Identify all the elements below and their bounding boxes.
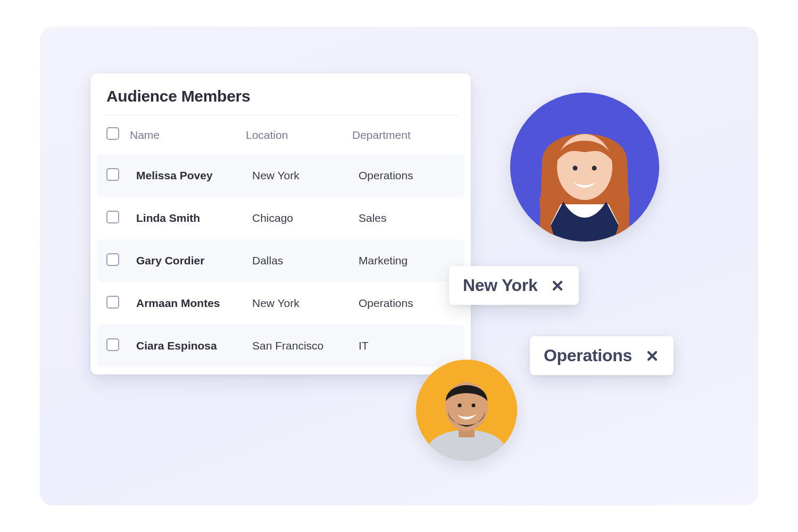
close-icon[interactable] <box>550 278 565 293</box>
row-location: New York <box>252 297 359 310</box>
filter-chip-department[interactable]: Operations <box>530 336 674 375</box>
table-row[interactable]: Gary Cordier Dallas Marketing <box>97 239 464 282</box>
row-location: Chicago <box>252 212 359 225</box>
row-department: IT <box>359 339 464 352</box>
svg-point-2 <box>573 166 578 171</box>
table-row[interactable]: Melissa Povey New York Operations <box>97 154 464 197</box>
select-all-checkbox[interactable] <box>106 127 119 140</box>
close-icon[interactable] <box>645 348 660 363</box>
audience-members-card: Audience Members Name Location Departmen… <box>90 73 471 375</box>
table-header: Name Location Department <box>90 115 471 154</box>
filter-chip-location[interactable]: New York <box>449 266 579 305</box>
row-name: Linda Smith <box>136 212 252 225</box>
row-checkbox[interactable] <box>106 168 119 181</box>
row-location: San Francisco <box>252 339 359 352</box>
row-checkbox[interactable] <box>106 211 119 223</box>
row-name: Melissa Povey <box>136 169 252 182</box>
table-row[interactable]: Linda Smith Chicago Sales <box>97 197 464 239</box>
avatar <box>416 360 517 461</box>
table-row[interactable]: Ciara Espinosa San Francisco IT <box>97 325 464 367</box>
row-checkbox[interactable] <box>106 338 119 351</box>
filter-chip-label: New York <box>463 276 537 295</box>
filter-chip-label: Operations <box>544 346 632 365</box>
row-department: Operations <box>359 169 464 182</box>
column-header-location: Location <box>246 129 352 142</box>
svg-point-9 <box>472 404 476 408</box>
row-name: Ciara Espinosa <box>136 339 252 352</box>
table-row[interactable]: Armaan Montes New York Operations <box>97 282 464 325</box>
avatar <box>510 93 659 242</box>
row-checkbox[interactable] <box>106 253 119 266</box>
column-header-name: Name <box>130 129 246 142</box>
row-checkbox[interactable] <box>106 296 119 309</box>
row-location: New York <box>252 169 359 182</box>
svg-point-3 <box>592 166 597 171</box>
row-name: Gary Cordier <box>136 254 252 267</box>
card-title: Audience Members <box>90 87 471 115</box>
row-department: Sales <box>359 212 464 225</box>
column-header-department: Department <box>352 129 471 142</box>
canvas: Audience Members Name Location Departmen… <box>40 27 758 505</box>
svg-point-8 <box>458 404 462 408</box>
row-location: Dallas <box>252 254 359 267</box>
table-body: Melissa Povey New York Operations Linda … <box>90 154 471 375</box>
row-name: Armaan Montes <box>136 297 252 310</box>
row-department: Marketing <box>359 254 464 267</box>
